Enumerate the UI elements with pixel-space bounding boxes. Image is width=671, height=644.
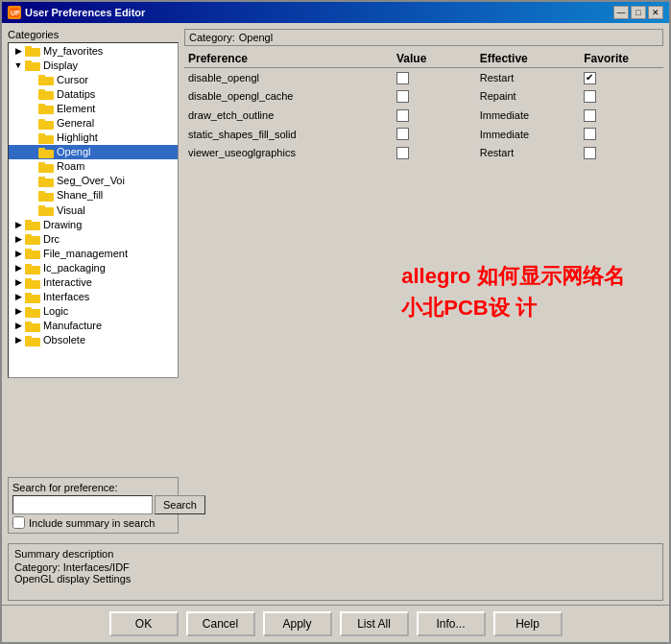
pref-value-checkbox-1[interactable] [396,90,409,103]
tree-item-element[interactable]: Element [9,101,178,115]
apply-button[interactable]: Apply [263,611,332,636]
preferences-area: Preference Value Effective Favorite disa… [184,50,663,534]
pref-favorite-checkbox-4[interactable] [584,147,596,159]
pref-value-checkbox-0[interactable] [396,72,409,84]
pref-favorite-checkbox-1[interactable] [584,90,596,103]
pref-value-cell-2 [393,106,476,125]
search-input[interactable] [12,495,153,514]
pref-name-0: disable_opengl [184,68,393,87]
pref-name-4: viewer_useoglgraphics [184,143,393,162]
pref-value-cell-1 [393,87,476,107]
col-effective: Effective [476,50,580,68]
bottom-buttons: OK Cancel Apply List All Info... Help [2,605,669,642]
expand-icon-drawing: ▶ [12,219,24,230]
pref-favorite-checkbox-0[interactable] [584,72,596,84]
folder-icon-cursor [38,73,54,85]
tree-item-cursor[interactable]: Cursor [9,72,178,86]
folder-icon-drawing [25,218,40,230]
tree-item-label-logic: Logic [43,305,68,317]
tree-item-roam[interactable]: Roam [9,159,178,174]
pref-favorite-checkbox-2[interactable] [584,109,596,122]
list-all-button[interactable]: List All [340,611,409,636]
tree-item-drc[interactable]: ▶ Drc [9,231,178,246]
svg-rect-33 [25,264,32,267]
minimize-button[interactable]: — [613,6,629,19]
tree-item-favorites[interactable]: ▶ My_favorites [9,43,178,58]
svg-rect-23 [38,191,45,194]
tree-item-label-file_mgmt: File_management [43,248,128,259]
svg-rect-34 [25,280,40,289]
tree-item-obsolete[interactable]: ▶ Obsolete [9,333,178,347]
pref-favorite-cell-0 [580,68,663,87]
tree-item-opengl[interactable]: Opengl [9,145,178,159]
watermark-line2: 小北PCB设 计 [401,292,624,323]
folder-icon-seg_over_voi [38,175,54,187]
tree-item-general[interactable]: General [9,115,178,130]
main-content: Categories ▶ My_favorites▼ Display Curso… [2,23,669,539]
tree-item-file_mgmt[interactable]: ▶ File_management [9,246,178,260]
ok-button[interactable]: OK [109,611,179,636]
categories-section: Categories ▶ My_favorites▼ Display Curso… [8,29,179,473]
svg-rect-16 [38,150,54,158]
expand-icon-display: ▼ [12,60,24,71]
tree-item-manufacture[interactable]: ▶ Manufacture [9,319,178,333]
tree-item-highlight[interactable]: Highlight [9,131,178,145]
folder-icon-manufacture [25,320,40,332]
pref-value-checkbox-2[interactable] [396,109,409,122]
pref-value-cell-0 [393,68,476,87]
pref-value-checkbox-3[interactable] [396,128,409,140]
info-button[interactable]: Info... [417,611,486,636]
tree-item-ic_pkg[interactable]: ▶ Ic_packaging [9,260,178,274]
tree-item-seg_over_voi[interactable]: Seg_Over_Voi [9,174,178,188]
svg-rect-43 [25,336,32,339]
pref-row-0: disable_openglRestart [184,68,663,87]
summary-line1: Category: Interfaces/IDF [14,561,657,573]
search-area: Search for preference: Search Include su… [8,477,179,534]
tree-item-label-roam: Roam [57,160,84,172]
tree-container[interactable]: ▶ My_favorites▼ Display Cursor Datatips … [8,42,179,378]
pref-favorite-cell-1 [580,87,663,107]
svg-rect-14 [38,135,54,144]
maximize-button[interactable]: □ [631,6,646,19]
folder-icon-datatips [38,87,54,100]
svg-rect-31 [25,249,32,251]
tree-item-interactive[interactable]: ▶ Interactive [9,275,178,290]
tree-item-visual[interactable]: Visual [9,203,178,217]
tree-item-datatips[interactable]: Datatips [9,86,178,101]
tree-item-logic[interactable]: ▶ Logic [9,304,178,319]
cancel-button[interactable]: Cancel [186,611,255,636]
folder-icon-interactive [25,276,40,289]
pref-value-checkbox-4[interactable] [396,147,409,159]
tree-item-label-element: Element [57,103,95,114]
tree-item-label-interactive: Interactive [43,276,92,288]
left-panel: Categories ▶ My_favorites▼ Display Curso… [8,29,179,534]
svg-rect-39 [25,307,32,310]
watermark-line1: allegro 如何显示网络名 [401,260,624,292]
tree-item-display[interactable]: ▼ Display [9,58,178,72]
pref-name-1: disable_opengl_cache [184,87,393,107]
pref-name-2: draw_etch_outline [184,106,393,125]
close-button[interactable]: ✕ [648,6,663,19]
title-bar: UP User Preferences Editor — □ ✕ [2,2,669,23]
pref-favorite-checkbox-3[interactable] [584,128,596,140]
folder-icon-highlight [38,131,54,144]
title-bar-left: UP User Preferences Editor [8,6,145,19]
svg-rect-40 [25,323,40,332]
expand-icon-ic_pkg: ▶ [12,262,24,274]
category-value: Opengl [239,32,273,43]
tree-item-label-drc: Drc [43,233,60,245]
pref-effective-1: Repaint [476,87,580,107]
tree-item-interfaces[interactable]: ▶ Interfaces [9,290,178,304]
svg-rect-38 [25,309,40,318]
folder-icon-obsolete [25,334,40,346]
expand-icon-obsolete: ▶ [12,334,24,346]
svg-rect-25 [38,205,45,208]
include-summary-checkbox[interactable] [12,516,25,529]
tree-item-drawing[interactable]: ▶ Drawing [9,217,178,231]
pref-favorite-cell-4 [580,143,663,162]
tree-item-shane_fill[interactable]: Shane_fill [9,188,178,203]
pref-row-4: viewer_useoglgraphicsRestart [184,143,663,162]
help-button[interactable]: Help [493,611,563,636]
svg-rect-9 [38,89,45,92]
expand-icon-general [26,117,37,129]
